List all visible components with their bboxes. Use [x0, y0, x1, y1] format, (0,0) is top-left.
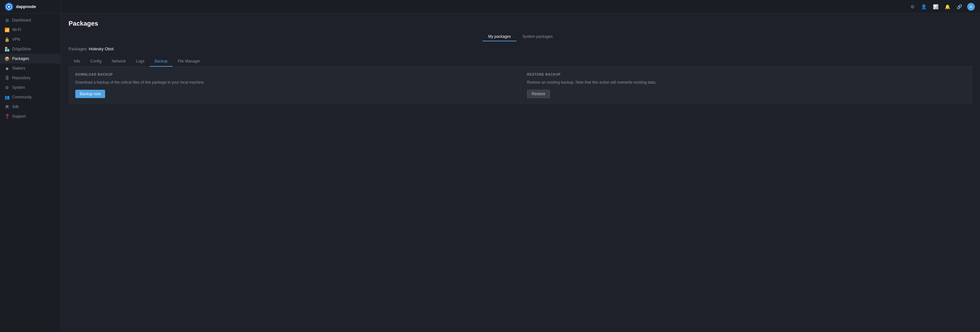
sidebar-label-system: System: [12, 85, 25, 90]
sidebar-label-community: Community: [12, 95, 32, 99]
sub-tab-network[interactable]: Network: [107, 56, 131, 67]
sidebar-label-wifi: Wi-Fi: [12, 27, 21, 32]
app-title: dappnode: [16, 4, 36, 9]
chain-icon[interactable]: 🔗: [955, 3, 963, 11]
system-icon: ⚙: [5, 85, 10, 90]
download-backup-title: DOWNLOAD BACKUP: [75, 73, 514, 76]
sidebar-item-vpn[interactable]: 🔒 VPN: [0, 35, 60, 44]
main-area: ⚙ 👤 📊 🔔 🔗 A Packages My packagesSystem p…: [61, 0, 980, 332]
wifi-icon: 📶: [5, 27, 10, 32]
settings-icon[interactable]: ⚙: [909, 3, 916, 11]
breadcrumb-packages-link[interactable]: Packages: [68, 46, 87, 51]
restore-button[interactable]: Restore: [527, 90, 550, 98]
sub-tab-info[interactable]: Info: [68, 56, 85, 67]
logo: dappnode: [0, 0, 60, 13]
sidebar-item-wifi[interactable]: 📶 Wi-Fi: [0, 25, 60, 35]
sub-tab-backup[interactable]: Backup: [150, 56, 173, 67]
sub-tab-file-manager[interactable]: File Manager: [173, 56, 205, 67]
sub-tab-logs[interactable]: Logs: [131, 56, 150, 67]
stakers-icon: ◆: [5, 66, 10, 71]
backup-container: DOWNLOAD BACKUP Download a backup of the…: [68, 67, 972, 104]
svg-point-2: [8, 6, 10, 8]
sidebar-label-sdk: Sdk: [12, 104, 19, 109]
sidebar-item-sdk[interactable]: 🛠 Sdk: [0, 102, 60, 112]
support-icon: ❓: [5, 114, 10, 119]
sidebar-item-community[interactable]: 👥 Community: [0, 92, 60, 102]
backup-now-button[interactable]: Backup now: [75, 90, 105, 98]
page-title: Packages: [68, 20, 972, 27]
sidebar-label-packages: Packages: [12, 56, 29, 61]
pkg-tab-system-packages[interactable]: System packages: [516, 32, 558, 42]
sidebar-item-support[interactable]: ❓ Support: [0, 112, 60, 121]
sub-tab-config[interactable]: Config: [85, 56, 107, 67]
content-area: Packages My packagesSystem packages Pack…: [61, 13, 980, 332]
sidebar: dappnode ⊞ Dashboard 📶 Wi-Fi 🔒 VPN 🏪 DAp…: [0, 0, 61, 332]
sidebar-item-packages[interactable]: 📦 Packages: [0, 54, 60, 64]
dappstore-icon: 🏪: [5, 46, 10, 52]
sidebar-item-stakers[interactable]: ◆ Stakers: [0, 64, 60, 73]
sidebar-label-repository: Repository: [12, 76, 30, 80]
sidebar-label-dashboard: Dashboard: [12, 18, 31, 22]
sidebar-item-repository[interactable]: 🗄 Repository: [0, 73, 60, 83]
community-icon: 👥: [5, 94, 10, 100]
sidebar-label-vpn: VPN: [12, 37, 20, 42]
sidebar-item-dappstore[interactable]: 🏪 DAppStore: [0, 44, 60, 54]
restore-backup-title: RESTORE BACKUP: [527, 73, 966, 76]
topbar: ⚙ 👤 📊 🔔 🔗 A: [61, 0, 980, 13]
sidebar-item-dashboard[interactable]: ⊞ Dashboard: [0, 15, 60, 25]
packages-icon: 📦: [5, 56, 10, 61]
breadcrumb-current: Holesky Obol: [89, 46, 113, 51]
breadcrumb: Packages Holesky Obol: [68, 46, 972, 51]
package-type-tabs: My packagesSystem packages: [68, 32, 972, 42]
restore-backup-desc: Restore an existing backup. Note that th…: [527, 80, 966, 85]
notification-icon[interactable]: 🔔: [943, 3, 951, 11]
sdk-icon: 🛠: [5, 104, 10, 109]
avatar[interactable]: A: [967, 3, 975, 11]
download-backup-panel: DOWNLOAD BACKUP Download a backup of the…: [68, 67, 520, 104]
dappnode-logo-icon: [5, 2, 13, 11]
user-icon[interactable]: 👤: [920, 3, 928, 11]
sidebar-item-system[interactable]: ⚙ System: [0, 83, 60, 92]
sidebar-label-dappstore: DAppStore: [12, 47, 31, 51]
repository-icon: 🗄: [5, 75, 10, 80]
download-backup-desc: Download a backup of the critical files …: [75, 80, 514, 85]
dashboard-icon: ⊞: [5, 18, 10, 23]
vpn-icon: 🔒: [5, 37, 10, 42]
sidebar-nav: ⊞ Dashboard 📶 Wi-Fi 🔒 VPN 🏪 DAppStore 📦 …: [0, 13, 60, 332]
restore-backup-panel: RESTORE BACKUP Restore an existing backu…: [520, 67, 972, 104]
chart-icon[interactable]: 📊: [932, 3, 940, 11]
sidebar-label-stakers: Stakers: [12, 66, 25, 70]
sidebar-label-support: Support: [12, 114, 25, 118]
pkg-tab-my-packages[interactable]: My packages: [482, 32, 517, 42]
package-sub-tabs: InfoConfigNetworkLogsBackupFile Manager: [68, 56, 972, 67]
